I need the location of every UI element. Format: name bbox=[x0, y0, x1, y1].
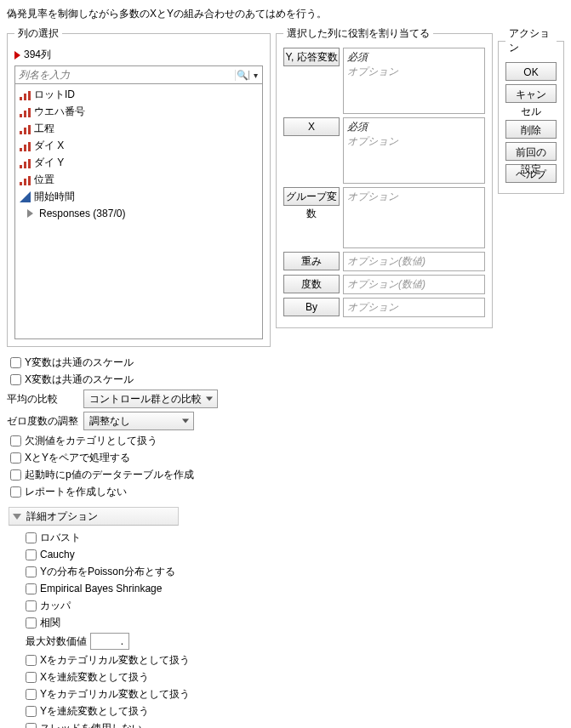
x-common-scale-label: X変数は共通のスケール bbox=[25, 373, 134, 387]
svg-rect-10 bbox=[24, 145, 26, 151]
cancel-button[interactable]: キャンセル bbox=[505, 84, 557, 103]
ok-button[interactable]: OK bbox=[505, 62, 557, 81]
ebs-checkbox[interactable] bbox=[26, 583, 37, 594]
poisson-checkbox[interactable] bbox=[26, 566, 37, 577]
role-drop-zone[interactable]: 必須オプション bbox=[343, 117, 485, 184]
column-item[interactable]: Responses (387/0) bbox=[15, 205, 262, 222]
search-dropdown-icon[interactable]: ▾ bbox=[248, 71, 262, 80]
zero-freq-select[interactable]: 調整なし bbox=[83, 412, 194, 430]
column-item[interactable]: ロットID bbox=[15, 86, 262, 103]
y-as-cat-checkbox[interactable] bbox=[26, 689, 37, 700]
pair-xy-label: XとYをペアで処理する bbox=[25, 451, 130, 465]
no-report-label: レポートを作成しない bbox=[25, 485, 127, 499]
column-item-label: 工程 bbox=[34, 122, 259, 136]
role-drop-zone[interactable]: オプション(数値) bbox=[343, 275, 485, 294]
role-optional-label: オプション bbox=[347, 190, 481, 204]
svg-rect-13 bbox=[24, 162, 26, 168]
action-group: アクション OK キャンセル 削除 前回の設定 ヘルプ bbox=[498, 26, 564, 194]
x-common-scale-checkbox[interactable] bbox=[10, 374, 21, 385]
nominal-icon bbox=[19, 173, 31, 185]
missing-as-cat-label: 欠測値をカテゴリとして扱う bbox=[25, 434, 157, 448]
pair-xy-checkbox[interactable] bbox=[10, 452, 21, 464]
cauchy-checkbox[interactable] bbox=[26, 549, 37, 560]
role-optional-label: オプション bbox=[347, 65, 481, 79]
role-drop-zone[interactable]: 必須オプション bbox=[343, 48, 485, 114]
role-optional-label: オプション(数値) bbox=[347, 277, 481, 292]
column-item-label: ダイ X bbox=[34, 139, 259, 153]
search-icon[interactable]: 🔍 bbox=[235, 70, 248, 81]
role-optional-label: オプション bbox=[347, 300, 481, 315]
compare-means-select[interactable]: コントロール群との比較 bbox=[83, 390, 218, 408]
svg-rect-3 bbox=[20, 114, 22, 117]
svg-rect-8 bbox=[28, 125, 31, 134]
role-button[interactable]: Y, 応答変数 bbox=[283, 48, 340, 66]
column-item[interactable]: 位置 bbox=[15, 171, 262, 188]
x-as-cat-checkbox[interactable] bbox=[26, 655, 37, 666]
column-list[interactable]: ロットIDウエハ番号工程ダイ Xダイ Y位置開始時間Responses (387… bbox=[14, 84, 263, 339]
kappa-checkbox[interactable] bbox=[26, 600, 37, 611]
advanced-options-header[interactable]: 詳細オプション bbox=[9, 507, 179, 526]
role-drop-zone[interactable]: オプション(数値) bbox=[343, 252, 485, 271]
role-button[interactable]: 重み bbox=[283, 252, 340, 270]
column-search[interactable]: 🔍 ▾ bbox=[14, 65, 263, 84]
column-search-input[interactable] bbox=[15, 67, 235, 82]
max-log-input[interactable] bbox=[90, 633, 129, 650]
dialog-description: 偽発見率を制御しながら多数のXとYの組み合わせのあてはめを行う。 bbox=[7, 7, 564, 21]
x-common-scale-row: X変数は共通のスケール bbox=[10, 371, 564, 388]
y-as-cont-checkbox[interactable] bbox=[26, 706, 37, 717]
column-item[interactable]: 工程 bbox=[15, 120, 262, 137]
max-log-label: 最大対数価値 bbox=[26, 634, 87, 649]
column-item[interactable]: ウエハ番号 bbox=[15, 103, 262, 120]
robust-label: ロバスト bbox=[40, 531, 81, 545]
column-item[interactable]: ダイ X bbox=[15, 137, 262, 154]
recall-button[interactable]: 前回の設定 bbox=[505, 142, 557, 161]
advanced-options-title: 詳細オプション bbox=[26, 509, 98, 524]
disclosure-icon[interactable] bbox=[14, 51, 20, 60]
robust-checkbox[interactable] bbox=[26, 532, 37, 543]
svg-rect-5 bbox=[28, 108, 31, 117]
role-button[interactable]: グループ変数 bbox=[283, 187, 340, 206]
nominal-icon bbox=[19, 122, 31, 134]
nominal-icon bbox=[19, 139, 31, 151]
role-button[interactable]: 度数 bbox=[283, 275, 340, 293]
no-threads-checkbox[interactable] bbox=[26, 723, 37, 729]
role-row: 重みオプション(数値) bbox=[283, 252, 485, 271]
svg-rect-7 bbox=[24, 128, 26, 134]
role-row: 度数オプション(数値) bbox=[283, 275, 485, 294]
y-common-scale-checkbox[interactable] bbox=[10, 357, 21, 368]
remove-button[interactable]: 削除 bbox=[505, 120, 557, 139]
group-expand-icon bbox=[24, 208, 36, 219]
corr-label: 相関 bbox=[40, 616, 60, 630]
role-button[interactable]: X bbox=[283, 117, 340, 136]
svg-rect-14 bbox=[28, 159, 31, 168]
disclosure-down-icon bbox=[13, 514, 21, 520]
y-common-scale-label: Y変数は共通のスケール bbox=[25, 355, 134, 370]
corr-checkbox[interactable] bbox=[26, 617, 37, 628]
role-row: グループ変数オプション bbox=[283, 187, 485, 248]
x-as-cont-checkbox[interactable] bbox=[26, 672, 37, 683]
svg-rect-2 bbox=[28, 91, 31, 100]
column-item[interactable]: ダイ Y bbox=[15, 154, 262, 171]
role-optional-label: オプション(数値) bbox=[347, 254, 481, 269]
column-item[interactable]: 開始時間 bbox=[15, 188, 262, 205]
nominal-icon bbox=[19, 105, 31, 117]
role-row: Byオプション bbox=[283, 298, 485, 317]
pval-table-checkbox[interactable] bbox=[10, 469, 21, 481]
missing-as-cat-checkbox[interactable] bbox=[10, 435, 21, 446]
role-drop-zone[interactable]: オプション bbox=[343, 187, 485, 248]
role-row: Y, 応答変数必須オプション bbox=[283, 48, 485, 114]
column-select-group: 列の選択 394列 🔍 ▾ ロットIDウエハ番号工程ダイ Xダイ Y位置開始時間… bbox=[7, 26, 271, 347]
y-as-cont-label: Yを連続変数として扱う bbox=[40, 704, 149, 719]
cauchy-label: Cauchy bbox=[40, 549, 75, 560]
help-button[interactable]: ヘルプ bbox=[505, 164, 557, 183]
no-report-checkbox[interactable] bbox=[10, 486, 21, 498]
y-as-cat-label: Yをカテゴリカル変数として扱う bbox=[40, 687, 190, 702]
role-button[interactable]: By bbox=[283, 298, 340, 316]
role-assign-legend: 選択した列に役割を割り当てる bbox=[283, 26, 433, 41]
svg-rect-6 bbox=[20, 131, 22, 134]
no-threads-label: スレッドを使用しない bbox=[40, 721, 142, 729]
x-as-cont-label: Xを連続変数として扱う bbox=[40, 670, 149, 685]
role-drop-zone[interactable]: オプション bbox=[343, 298, 485, 317]
role-assign-group: 選択した列に役割を割り当てる Y, 応答変数必須オプションX必須オプショングルー… bbox=[276, 26, 493, 328]
svg-rect-4 bbox=[24, 111, 26, 117]
